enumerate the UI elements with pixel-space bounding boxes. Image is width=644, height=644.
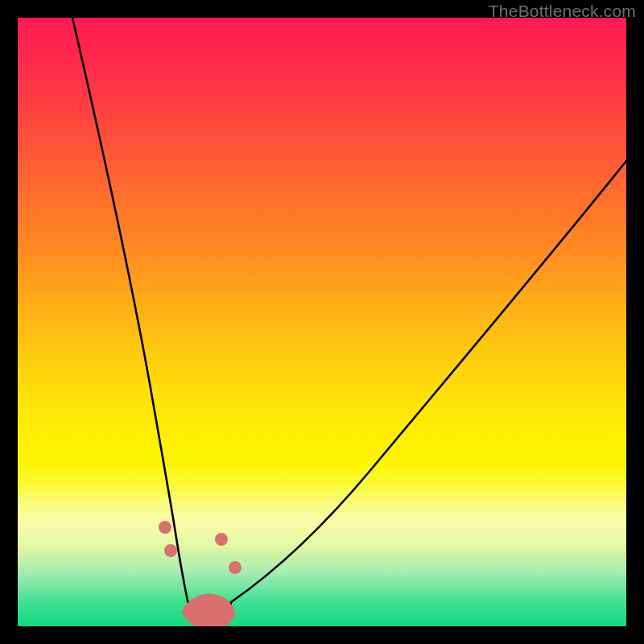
marker-dot bbox=[164, 544, 177, 557]
chart-plot-area bbox=[18, 18, 626, 626]
curve-left-branch bbox=[72, 18, 188, 601]
marker-dot bbox=[215, 533, 228, 546]
marker-dot bbox=[229, 561, 242, 574]
valley-marker-blob bbox=[182, 594, 235, 626]
marker-dot bbox=[159, 521, 171, 534]
curve-right-branch bbox=[231, 161, 626, 602]
chart-overlay-svg bbox=[18, 18, 626, 626]
